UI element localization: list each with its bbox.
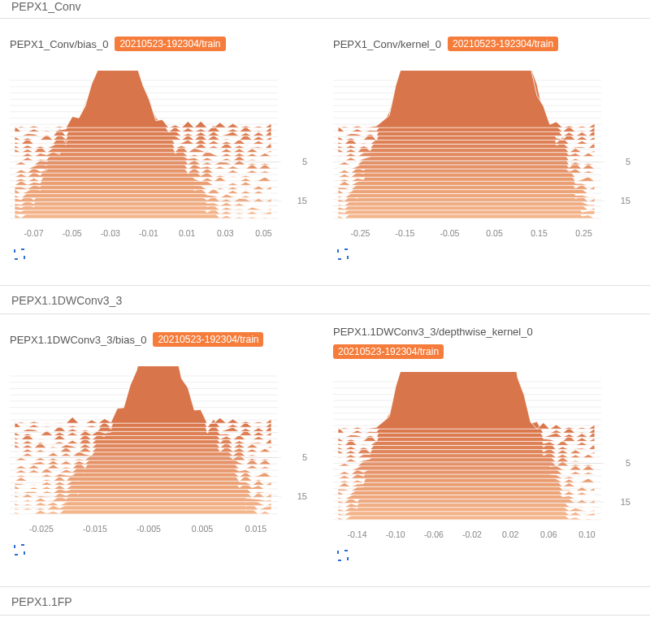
x-tick-label: -0.10 [376,529,414,542]
x-axis: -0.07-0.05-0.03-0.010.010.030.05 [15,228,283,241]
x-tick-label: -0.01 [129,228,167,241]
card-header: PEPX1_Conv/kernel_0 20210523-192304/trai… [333,30,640,58]
x-axis: -0.14-0.10-0.06-0.020.020.060.10 [338,529,606,542]
histogram-card: PEPX1_Conv/bias_0 20210523-192304/train … [5,30,322,261]
chart-canvas[interactable]: 5 15 -0.07-0.05-0.03-0.010.010.030.05 [10,63,317,241]
x-tick-label: 0.015 [229,524,283,537]
x-tick-label: 0.02 [492,529,530,542]
x-tick-label: -0.05 [427,228,472,241]
x-tick-label: -0.14 [338,529,376,542]
x-tick-label: 0.05 [245,228,283,241]
fullscreen-icon[interactable] [13,543,26,556]
x-tick-label: 0.25 [561,228,606,241]
y-axis: 5 15 [280,358,310,521]
x-tick-label: 0.06 [530,529,568,542]
card-header: PEPX1.1DWConv3_3/bias_0 20210523-192304/… [10,326,317,353]
section-title: PEPX1_Conv [11,0,81,13]
y-axis: 5 15 [603,364,634,526]
section-header[interactable]: PEPX1.1FP [0,586,650,616]
chart-title: PEPX1_Conv/kernel_0 [333,38,441,50]
y-tick-label: 5 [302,452,310,462]
ridge-plot-svg [333,372,601,526]
run-badge[interactable]: 20210523-192304/train [333,344,444,359]
chart-canvas[interactable]: 5 15 -0.025-0.015-0.0050.0050.015 [10,358,317,537]
fullscreen-icon[interactable] [13,248,26,261]
x-axis: -0.025-0.015-0.0050.0050.015 [15,524,283,537]
x-tick-label: -0.025 [15,524,68,537]
run-badge[interactable]: 20210523-192304/train [115,37,225,51]
x-tick-label: 0.10 [568,529,606,542]
chart-canvas[interactable]: 5 15 -0.25-0.15-0.050.050.150.25 [333,63,640,241]
y-tick-label: 5 [626,157,634,166]
y-tick-label: 5 [302,157,310,166]
chart-row: PEPX1.1DWConv3_3/bias_0 20210523-192304/… [0,314,650,586]
ridge-plot-svg [333,71,601,225]
section-header[interactable]: PEPX1_Conv [0,0,650,19]
card-header: PEPX1.1DWConv3_3/depthwise_kernel_0 2021… [333,326,640,359]
x-tick-label: -0.03 [91,228,129,241]
x-tick-label: -0.07 [15,228,53,241]
fullscreen-icon[interactable] [336,248,349,261]
y-tick-label: 15 [621,196,634,205]
x-tick-label: -0.05 [53,228,91,241]
x-tick-label: 0.05 [472,228,517,241]
x-axis: -0.25-0.15-0.050.050.150.25 [338,228,606,241]
y-tick-label: 15 [621,497,634,507]
histogram-card: PEPX1_Conv/kernel_0 20210523-192304/trai… [328,30,645,261]
y-tick-label: 15 [297,491,310,501]
x-tick-label: 0.01 [168,228,206,241]
section-title: PEPX1.1DWConv3_3 [11,294,122,307]
ridge-plot-svg [10,366,278,521]
x-tick-label: 0.03 [206,228,245,241]
chart-title: PEPX1.1DWConv3_3/depthwise_kernel_0 [333,326,533,338]
x-tick-label: -0.15 [383,228,427,241]
ridge-plot-svg [10,71,278,225]
y-tick-label: 5 [626,458,634,468]
histogram-card: PEPX1.1DWConv3_3/depthwise_kernel_0 2021… [328,326,645,562]
x-tick-label: 0.005 [176,524,229,537]
section-header[interactable]: PEPX1.1DWConv3_3 [0,285,650,314]
x-tick-label: -0.25 [338,228,383,241]
fullscreen-icon[interactable] [336,549,349,562]
x-tick-label: -0.02 [453,529,491,542]
x-tick-label: -0.005 [122,524,176,537]
x-tick-label: -0.015 [68,524,122,537]
chart-title: PEPX1.1DWConv3_3/bias_0 [10,334,146,346]
x-tick-label: -0.06 [414,529,453,542]
run-badge[interactable]: 20210523-192304/train [153,332,263,347]
run-badge[interactable]: 20210523-192304/train [448,37,558,51]
y-tick-label: 15 [297,196,310,205]
histogram-card: PEPX1.1DWConv3_3/bias_0 20210523-192304/… [5,326,322,562]
x-tick-label: 0.15 [517,228,561,241]
card-header: PEPX1_Conv/bias_0 20210523-192304/train [10,30,317,58]
y-axis: 5 15 [603,63,634,225]
section-title: PEPX1.1FP [11,595,72,608]
chart-canvas[interactable]: 5 15 -0.14-0.10-0.06-0.020.020.060.10 [333,364,640,542]
chart-row: PEPX1_Conv/bias_0 20210523-192304/train … [0,19,650,285]
y-axis: 5 15 [280,63,310,225]
chart-title: PEPX1_Conv/bias_0 [10,38,108,50]
